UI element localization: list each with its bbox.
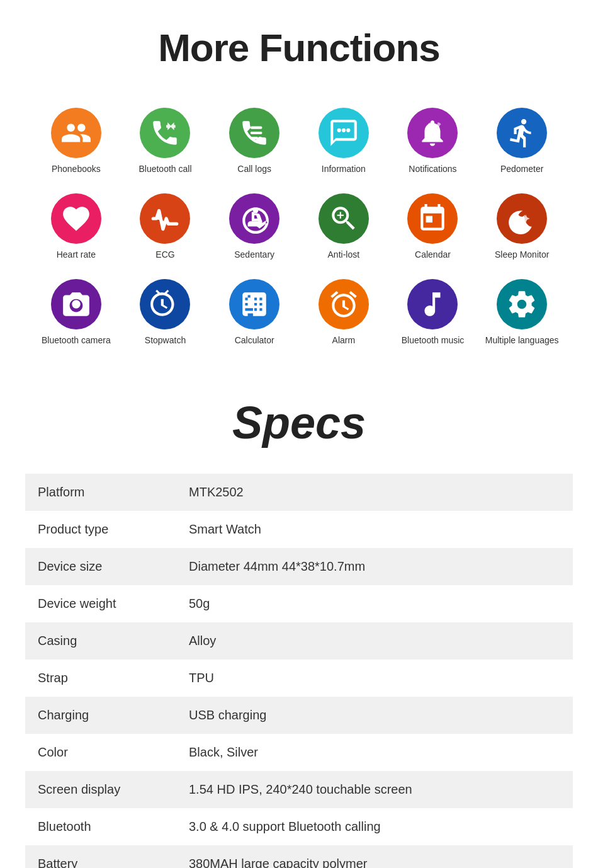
more-functions-title: More Functions <box>25 0 573 89</box>
multiple-languages-label: Multiple languages <box>485 334 559 346</box>
function-multiple-languages: Multiple languages <box>477 273 567 352</box>
spec-value: Black, Silver <box>176 734 573 771</box>
function-notifications: Notifications <box>388 101 478 181</box>
specs-table: PlatformMTK2502Product typeSmart WatchDe… <box>25 474 573 868</box>
function-phonebooks: Phonebooks <box>31 101 121 181</box>
svg-point-5 <box>346 128 350 132</box>
bluetooth-camera-icon <box>51 279 101 329</box>
calculator-icon <box>229 279 279 329</box>
bluetooth-camera-label: Bluetooth camera <box>42 334 111 346</box>
page-container: More Functions Phonebooks Bluetooth call <box>0 0 598 868</box>
svg-point-6 <box>253 208 258 214</box>
spec-key: Charging <box>25 697 176 734</box>
stopwatch-icon <box>140 279 190 329</box>
calculator-label: Calculator <box>235 334 274 346</box>
spec-key: Screen display <box>25 771 176 808</box>
spec-value: 50g <box>176 585 573 622</box>
sedentary-label: Sedentary <box>234 249 274 260</box>
spec-value: USB charging <box>176 697 573 734</box>
sleep-monitor-icon <box>497 193 547 244</box>
spec-key: Battery <box>25 845 176 868</box>
spec-key: Platform <box>25 474 176 511</box>
spec-row: Device sizeDiameter 44mm 44*38*10.7mm <box>25 548 573 585</box>
spec-value: MTK2502 <box>176 474 573 511</box>
spec-key: Color <box>25 734 176 771</box>
spec-key: Bluetooth <box>25 808 176 845</box>
call-logs-icon <box>229 108 279 158</box>
information-label: Information <box>322 163 366 174</box>
spec-row: StrapTPU <box>25 660 573 697</box>
svg-rect-1 <box>251 127 262 129</box>
svg-point-3 <box>337 128 341 132</box>
calendar-label: Calendar <box>415 249 451 260</box>
sedentary-icon <box>229 193 279 244</box>
function-call-logs: Call logs <box>210 101 299 181</box>
alarm-label: Alarm <box>332 334 356 346</box>
functions-grid: Phonebooks Bluetooth call <box>25 101 573 353</box>
notifications-label: Notifications <box>409 163 456 174</box>
function-alarm: Alarm <box>299 273 388 352</box>
calendar-icon <box>407 193 458 244</box>
heart-rate-icon <box>51 193 101 244</box>
spec-row: Bluetooth3.0 & 4.0 support Bluetooth cal… <box>25 808 573 845</box>
heart-rate-label: Heart rate <box>57 249 96 260</box>
ecg-label: ECG <box>155 249 174 260</box>
bluetooth-music-label: Bluetooth music <box>402 334 465 346</box>
spec-value: Smart Watch <box>176 511 573 548</box>
spec-value: Alloy <box>176 622 573 660</box>
spec-row: Device weight50g <box>25 585 573 622</box>
spec-key: Device weight <box>25 585 176 622</box>
pedometer-label: Pedometer <box>500 163 543 174</box>
function-stopwatch: Stopwatch <box>121 273 210 352</box>
function-calculator: Calculator <box>210 273 299 352</box>
spec-row: CasingAlloy <box>25 622 573 660</box>
function-calendar: Calendar <box>388 187 478 266</box>
function-heart-rate: Heart rate <box>31 187 121 266</box>
call-logs-label: Call logs <box>237 163 271 174</box>
stopwatch-label: Stopwatch <box>145 334 186 346</box>
function-bluetooth-camera: Bluetooth camera <box>31 273 121 352</box>
spec-key: Casing <box>25 622 176 660</box>
bluetooth-call-label: Bluetooth call <box>138 163 191 174</box>
function-pedometer: Pedometer <box>477 101 567 181</box>
svg-point-4 <box>342 128 346 132</box>
phonebooks-label: Phonebooks <box>52 163 101 174</box>
spec-value: Diameter 44mm 44*38*10.7mm <box>176 548 573 585</box>
multiple-languages-icon <box>497 279 547 329</box>
spec-row: Screen display1.54 HD IPS, 240*240 touch… <box>25 771 573 808</box>
information-icon <box>319 108 369 158</box>
function-bluetooth-music: Bluetooth music <box>388 273 478 352</box>
specs-title: Specs <box>25 378 573 474</box>
spec-key: Device size <box>25 548 176 585</box>
svg-rect-2 <box>251 137 259 139</box>
function-sedentary: Sedentary <box>210 187 299 266</box>
spec-value: 380MAH large capacity polymer <box>176 845 573 868</box>
spec-row: Product typeSmart Watch <box>25 511 573 548</box>
ecg-icon <box>140 193 190 244</box>
function-sleep-monitor: Sleep Monitor <box>477 187 567 266</box>
svg-rect-0 <box>251 132 262 134</box>
alarm-icon <box>319 279 369 329</box>
spec-key: Product type <box>25 511 176 548</box>
function-bluetooth-call: Bluetooth call <box>121 101 210 181</box>
notifications-icon <box>407 108 458 158</box>
spec-value: 3.0 & 4.0 support Bluetooth calling <box>176 808 573 845</box>
bluetooth-music-icon <box>407 279 458 329</box>
spec-row: ColorBlack, Silver <box>25 734 573 771</box>
spec-value: TPU <box>176 660 573 697</box>
function-ecg: ECG <box>121 187 210 266</box>
spec-value: 1.54 HD IPS, 240*240 touchable screen <box>176 771 573 808</box>
phonebooks-icon <box>51 108 101 158</box>
anti-lost-label: Anti-lost <box>328 249 360 260</box>
sleep-monitor-label: Sleep Monitor <box>495 249 549 260</box>
function-anti-lost: Anti-lost <box>299 187 388 266</box>
spec-row: PlatformMTK2502 <box>25 474 573 511</box>
bluetooth-call-icon <box>140 108 190 158</box>
spec-key: Strap <box>25 660 176 697</box>
pedometer-icon <box>497 108 547 158</box>
function-information: Information <box>299 101 388 181</box>
spec-row: ChargingUSB charging <box>25 697 573 734</box>
spec-row: Battery380MAH large capacity polymer <box>25 845 573 868</box>
anti-lost-icon <box>319 193 369 244</box>
